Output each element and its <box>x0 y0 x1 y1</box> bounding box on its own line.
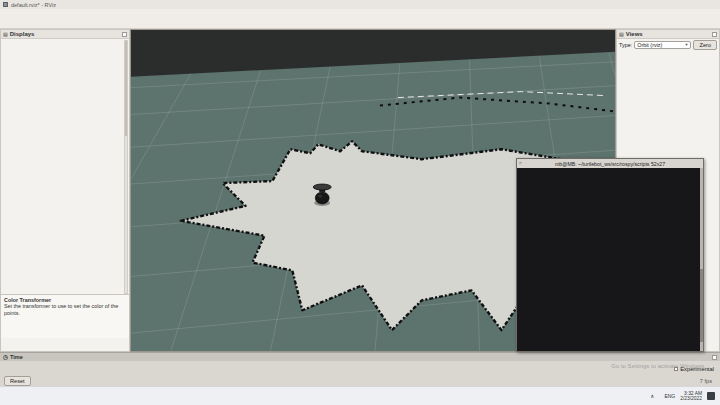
panel-float-icon[interactable] <box>122 32 127 37</box>
system-tray: ∧ ENG 3:32 AM 2/23/2022 <box>645 391 715 402</box>
notifications-icon[interactable] <box>707 392 715 400</box>
reset-button[interactable]: Reset <box>4 376 31 386</box>
views-panel-title: Views <box>626 31 643 37</box>
time-panel-header[interactable]: ◷ Time <box>0 353 720 361</box>
panel-grip-icon: ▤ <box>3 31 8 37</box>
window-titlebar[interactable]: default.rviz* - RViz <box>0 0 720 9</box>
displays-panel-title: Displays <box>10 31 35 37</box>
view-type-select[interactable]: Orbit (rviz)▼ <box>634 41 691 49</box>
terminal-title: mb@MB: ~/turtlebot_ws/src/rospy/scripts … <box>555 161 665 167</box>
panel-float-icon[interactable] <box>712 32 717 37</box>
time-panel-title: Time <box>10 354 23 360</box>
terminal-output[interactable] <box>517 168 703 351</box>
displays-scrollbar[interactable] <box>124 40 128 294</box>
language-indicator[interactable]: ENG <box>664 393 675 399</box>
view-type-row: Type: Orbit (rviz)▼ Zero <box>617 39 719 50</box>
menu-bar <box>0 9 720 17</box>
chevron-down-icon: ▼ <box>685 42 689 47</box>
displays-buttons <box>1 338 129 351</box>
terminal-scrollbar[interactable] <box>700 168 703 351</box>
panel-grip-icon: ▤ <box>619 31 624 37</box>
views-panel-header[interactable]: ▤ Views <box>617 30 719 39</box>
fps-counter: 7 fps <box>700 378 712 384</box>
tray-chevron-icon[interactable]: ∧ <box>650 393 654 399</box>
panel-float-icon[interactable] <box>712 355 717 360</box>
zero-button[interactable]: Zero <box>693 40 717 50</box>
help-text: Set the transformer to use to set the co… <box>4 303 118 315</box>
rviz-app-icon <box>3 2 8 7</box>
taskbar: ∧ ENG 3:32 AM 2/23/2022 <box>0 386 720 405</box>
time-panel-bottom: Reset <box>0 375 720 386</box>
view-type-label: Type: <box>619 42 632 48</box>
displays-tree <box>1 39 129 294</box>
activate-windows-watermark: Go to Settings to activate Windows. <box>611 363 706 369</box>
terminal-app-icon: ⌗ <box>519 160 522 167</box>
time-panel: ◷ Time Reset Experimental 7 fps <box>0 352 720 386</box>
displays-panel-header[interactable]: ▤ Displays <box>1 30 129 39</box>
tray-clock[interactable]: 3:32 AM 2/23/2022 <box>680 391 702 402</box>
terminal-window[interactable]: ⌗ mb@MB: ~/turtlebot_ws/src/rospy/script… <box>516 158 704 352</box>
property-help-box: Color Transformer Set the transformer to… <box>1 294 129 338</box>
clock-icon: ◷ <box>3 354 8 360</box>
robot-model <box>313 184 331 206</box>
terminal-titlebar[interactable]: ⌗ mb@MB: ~/turtlebot_ws/src/rospy/script… <box>517 159 703 168</box>
window-title: default.rviz* - RViz <box>11 2 56 8</box>
desktop: { "window": { "title": "default.rviz* - … <box>0 0 720 405</box>
toolbar <box>0 17 720 29</box>
displays-panel: ▤ Displays Color Transformer Set the tra… <box>0 29 130 352</box>
